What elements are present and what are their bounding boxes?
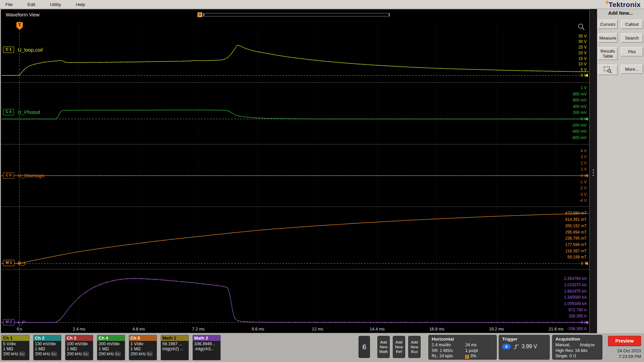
channel-badge-ch4[interactable]: Ch 4 200 mV/div 1 MΩ 200 kHzBw — [97, 335, 125, 360]
trigger-source-pill: 6 — [502, 344, 511, 349]
label-line: Add — [411, 340, 418, 345]
channel-name: Ch 1 — [2, 335, 29, 341]
scale-label: 355.192 mT — [565, 224, 587, 228]
label-line: Add — [380, 340, 387, 345]
plot-channel-label-c4[interactable]: U_Photod — [18, 109, 40, 115]
add-new-bus-button[interactable]: Add New Bus — [408, 336, 421, 358]
menu-utility[interactable]: Utility — [50, 2, 61, 7]
navigator-bar[interactable] — [203, 13, 390, 16]
channel-name: Ch 3 — [65, 335, 93, 341]
trigger-position-value: 3% — [470, 354, 476, 358]
channel-info: 200 mV/div 1 MΩ 200 kHzBw — [97, 341, 125, 357]
add-callout-button[interactable]: Callout — [621, 20, 643, 29]
horizontal-title: Horizontal — [432, 337, 493, 342]
navigator-trigger-flag[interactable]: T — [198, 12, 202, 17]
acquisition-mode: Manual, — [555, 343, 570, 347]
channel-bandwidth-row: 200 kHzBw — [130, 352, 155, 357]
trace-C5 — [2, 175, 589, 176]
zoom-mode-button[interactable] — [598, 65, 618, 75]
channel-bandwidth: 200 kHz — [3, 352, 18, 356]
add-measure-button[interactable]: Measure — [598, 34, 618, 43]
channel-name: Ch 4 — [97, 335, 125, 341]
scale-label: 1.681975 kA — [564, 289, 587, 294]
trigger-source-button[interactable]: 6 — [359, 336, 370, 358]
splitter-grip-icon — [593, 169, 594, 176]
scale-label: -200 mV — [572, 123, 587, 128]
panel-splitter[interactable] — [590, 9, 597, 333]
scale-label: -400 mV — [572, 129, 587, 134]
plot-channel-label-m2[interactable]: I_P — [18, 319, 25, 325]
channel-info: 59.1987 ... Intg(ch2) ... — [161, 341, 189, 352]
plot-channel-label-c1[interactable]: U_loop,coil — [18, 47, 43, 53]
trace-C1 — [2, 45, 589, 75]
horizontal-panel[interactable]: Horizontal 2.4 ms/div 24 ms SR: 1 MS/s 1… — [428, 335, 497, 360]
add-cursors-button[interactable]: Cursors — [598, 20, 618, 29]
channel-badge-math1[interactable]: Math 1 59.1987 ... Intg(ch2) ... — [161, 335, 189, 360]
add-new-math-button[interactable]: Add New Math — [377, 336, 390, 358]
menu-file[interactable]: File — [5, 2, 13, 7]
trigger-position: T3% — [465, 353, 493, 359]
bandwidth-chip: Bw — [51, 352, 57, 356]
plot-channel-badge-m1[interactable]: M 1 — [3, 260, 14, 266]
waveform-plot[interactable]: 0 s2.4 ms4.8 ms7.2 ms9.6 ms12 ms14.4 ms1… — [1, 20, 589, 333]
add-search-button[interactable]: Search — [621, 34, 643, 43]
scale-label: 30 V — [578, 39, 587, 44]
scale-label: 10 V — [578, 62, 587, 66]
plot-channel-label-c5[interactable]: U_Diamagn — [18, 173, 44, 178]
menu-edit[interactable]: Edit — [28, 2, 35, 7]
record-length: RL: 24 kpts — [432, 353, 465, 359]
preview-button[interactable]: Preview — [608, 336, 641, 346]
scale-label: 1 V — [581, 85, 587, 90]
scale-label: -3 V — [579, 192, 587, 197]
channel-scale: 130 mV/div — [35, 342, 60, 347]
zoom-icon[interactable] — [577, 23, 585, 31]
add-new-ref-button[interactable]: Add New Ref — [393, 336, 405, 358]
scale-label: 336.395 A — [569, 314, 587, 318]
plot-channel-badge-c4[interactable]: C 4 — [3, 109, 14, 115]
acquisition-panel[interactable]: Acquisition Manual, Analyze High Res: 16… — [552, 335, 602, 360]
plot-channel-badge-m2[interactable]: M 2 — [3, 319, 14, 325]
channel-badge-math2[interactable]: Math 2 336.3949... -intg(ch3... — [193, 335, 221, 360]
channel-bandwidth-row: 200 kHzBw — [99, 352, 123, 357]
channel-name: Math 2 — [193, 335, 220, 341]
acquisition-analyze: Analyze — [580, 343, 594, 347]
clock-date: 24 Oct 2023 — [601, 348, 641, 354]
scale-label: 672.790 A — [569, 308, 587, 312]
time-axis-label: 2.4 ms — [73, 327, 86, 331]
math-expression: Intg(ch2) ... — [162, 347, 187, 352]
scale-label: 414.391 mT — [565, 217, 587, 222]
channel-scale: 1 V/div — [130, 342, 155, 347]
menu-help[interactable]: Help — [76, 2, 85, 7]
add-plot-button[interactable]: Plot — [621, 47, 643, 56]
channel-badge-ch1[interactable]: Ch 1 5 V/div 1 MΩ 200 kHzBw — [1, 335, 30, 360]
bandwidth-chip: Bw — [83, 352, 89, 356]
add-results-table-button[interactable]: Results Table — [598, 47, 618, 60]
time-axis-label: 12 ms — [312, 327, 323, 331]
channel-badge-ch5[interactable]: Ch 5 1 V/div 1 MΩ 200 kHzBw — [129, 335, 157, 360]
trigger-position-icon: T — [465, 355, 469, 359]
trigger-title: Trigger — [502, 337, 546, 342]
channel-bandwidth-row: 200 kHzBw — [3, 352, 28, 357]
time-axis-label: 9.6 ms — [252, 327, 264, 331]
logo-text: Tektronix — [606, 1, 641, 9]
channel-impedance: 1 MΩ — [130, 347, 155, 352]
channel-bandwidth: 200 kHz — [99, 352, 114, 356]
zoom-box-icon — [603, 66, 612, 73]
channel-badge-ch2[interactable]: Ch 2 130 mV/div 1 MΩ 200 kHzBw — [33, 335, 61, 360]
channel-info: 1 V/div 1 MΩ 200 kHzBw — [129, 341, 157, 357]
channel-impedance: 1 MΩ — [67, 347, 92, 352]
menu-bar: File Edit Utility Help Tektronix — [0, 0, 644, 9]
plot-channel-label-m1[interactable]: B_t — [18, 260, 25, 266]
pan-zoom-navigator[interactable]: T — [198, 12, 390, 17]
channel-bandwidth-row: 200 kHzBw — [67, 352, 92, 357]
channel-scale: 100 mV/div — [67, 342, 92, 347]
acquisition-detail: High Res: 16 bits — [555, 348, 599, 354]
channel-badge-row: Ch 1 5 V/div 1 MΩ 200 kHzBw Ch 2 130 mV/… — [1, 335, 221, 360]
plot-channel-badge-c5[interactable]: C 5 — [3, 172, 14, 179]
channel-badge-ch3[interactable]: Ch 3 100 mV/div 1 MΩ 200 kHzBw — [65, 335, 93, 360]
trigger-panel[interactable]: Trigger 6 3.99 V — [499, 335, 550, 360]
acquisition-title: Acquisition — [555, 337, 599, 342]
rising-edge-icon — [513, 344, 519, 349]
plot-channel-badge-c1[interactable]: C 1 — [3, 47, 14, 53]
more-button[interactable]: More... — [621, 65, 643, 74]
